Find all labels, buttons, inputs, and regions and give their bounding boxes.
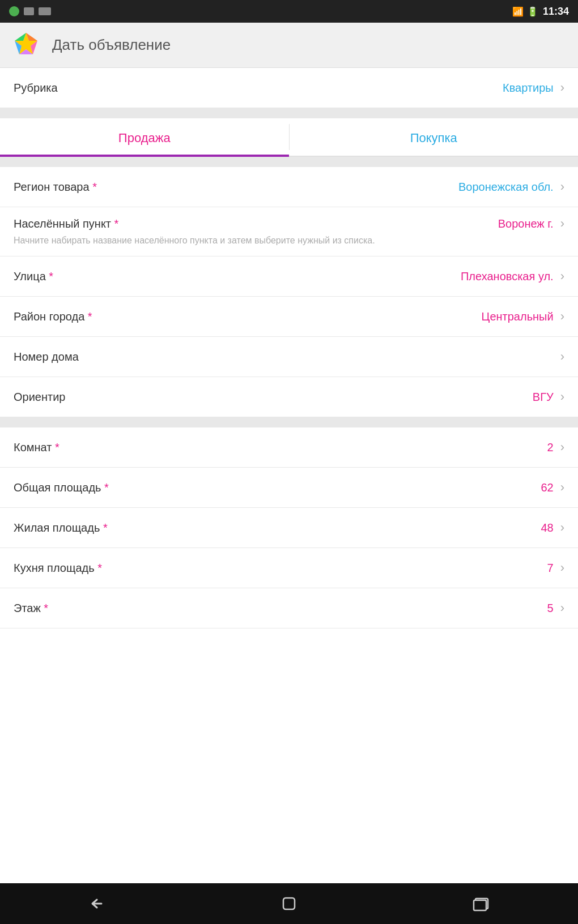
- locality-label: Населённый пункт: [14, 217, 118, 230]
- rubrika-row[interactable]: Рубрика Квартиры ›: [0, 68, 578, 108]
- back-button[interactable]: [86, 895, 108, 912]
- district-value: Центральный: [482, 310, 554, 323]
- svg-rect-8: [474, 900, 486, 910]
- komnaty-chevron: ›: [560, 440, 564, 455]
- locality-hint: Начните набирать название населённого пу…: [14, 236, 375, 245]
- time-display: 11:34: [543, 6, 569, 18]
- obshchaya-value: 62: [541, 481, 553, 494]
- zhilaya-chevron: ›: [560, 520, 564, 535]
- komnaty-label: Комнат: [14, 441, 60, 454]
- bottom-spacer: [0, 628, 578, 651]
- obshchaya-chevron: ›: [560, 480, 564, 495]
- locality-value-container[interactable]: Воронеж г. ›: [498, 216, 564, 231]
- main-content: Рубрика Квартиры › Продажа Покупка Регио…: [0, 68, 578, 883]
- app-title: Дать объявление: [52, 36, 171, 54]
- etazh-label: Этаж: [14, 602, 48, 615]
- house-label: Номер дома: [14, 350, 79, 363]
- kukhnya-chevron: ›: [560, 561, 564, 575]
- street-value-container[interactable]: Плехановская ул. ›: [461, 269, 564, 284]
- tab-prodazha[interactable]: Продажа: [0, 118, 289, 156]
- district-value-container[interactable]: Центральный ›: [482, 309, 564, 324]
- obshchaya-label: Общая площадь: [14, 481, 109, 494]
- zhilaya-label: Жилая площадь: [14, 521, 108, 534]
- app-logo: [11, 31, 41, 60]
- locality-value: Воронеж г.: [498, 217, 554, 230]
- notification-icon: [24, 7, 34, 15]
- kukhnya-row[interactable]: Кухня площадь 7 ›: [0, 548, 578, 588]
- etazh-value: 5: [547, 602, 554, 615]
- separator-1: [0, 108, 578, 118]
- district-row[interactable]: Район города Центральный ›: [0, 297, 578, 337]
- komnaty-value: 2: [547, 441, 554, 454]
- tab-pokupka[interactable]: Покупка: [290, 118, 579, 156]
- kukhnya-value-container[interactable]: 7 ›: [547, 561, 564, 575]
- signal-icon: [9, 6, 19, 16]
- kukhnya-label: Кухня площадь: [14, 562, 102, 575]
- zhilaya-value-container[interactable]: 48 ›: [541, 520, 564, 535]
- house-chevron: ›: [560, 349, 564, 364]
- wifi-icon: 📶: [512, 6, 524, 17]
- back-icon: [86, 895, 108, 912]
- kukhnya-value: 7: [547, 562, 554, 575]
- etazh-row[interactable]: Этаж 5 ›: [0, 588, 578, 628]
- street-chevron: ›: [560, 269, 564, 284]
- region-chevron: ›: [560, 179, 564, 194]
- street-label: Улица: [14, 270, 53, 283]
- orientir-row[interactable]: Ориентир ВГУ ›: [0, 377, 578, 417]
- rubrika-value: Квартиры: [503, 82, 554, 95]
- region-row[interactable]: Регион товара Воронежская обл. ›: [0, 167, 578, 207]
- svg-rect-6: [283, 898, 295, 909]
- status-icons: 📶 🔋: [512, 6, 538, 17]
- street-row[interactable]: Улица Плехановская ул. ›: [0, 256, 578, 297]
- etazh-chevron: ›: [560, 601, 564, 615]
- rubrika-value-container[interactable]: Квартиры ›: [503, 80, 564, 95]
- locality-chevron: ›: [560, 216, 564, 231]
- status-bar-right: 📶 🔋 11:34: [512, 6, 569, 18]
- recent-button[interactable]: [470, 895, 492, 912]
- zhilaya-row[interactable]: Жилая площадь 48 ›: [0, 508, 578, 548]
- orientir-chevron: ›: [560, 390, 564, 404]
- orientir-value-container[interactable]: ВГУ ›: [533, 390, 564, 404]
- home-button[interactable]: [279, 893, 299, 914]
- bottom-nav: [0, 883, 578, 924]
- status-bar-left: [9, 6, 51, 16]
- separator-3: [0, 417, 578, 427]
- etazh-value-container[interactable]: 5 ›: [547, 601, 564, 615]
- sd-card-icon: [39, 7, 51, 15]
- app-bar: Дать объявление: [0, 23, 578, 68]
- orientir-value: ВГУ: [533, 391, 554, 404]
- obshchaya-row[interactable]: Общая площадь 62 ›: [0, 468, 578, 508]
- recent-icon: [470, 895, 492, 912]
- house-row[interactable]: Номер дома ›: [0, 337, 578, 377]
- house-value-container[interactable]: ›: [554, 349, 564, 364]
- region-value-container[interactable]: Воронежская обл. ›: [458, 179, 564, 194]
- district-chevron: ›: [560, 309, 564, 324]
- home-icon: [279, 893, 299, 914]
- region-label: Регион товара: [14, 181, 97, 194]
- separator-2: [0, 157, 578, 167]
- battery-icon: 🔋: [527, 6, 538, 17]
- orientir-label: Ориентир: [14, 391, 65, 404]
- tabs-container: Продажа Покупка: [0, 118, 578, 157]
- locality-row[interactable]: Населённый пункт Воронеж г. › Начните на…: [0, 207, 578, 256]
- district-label: Район города: [14, 310, 92, 323]
- region-value: Воронежская обл.: [458, 181, 554, 194]
- komnaty-row[interactable]: Комнат 2 ›: [0, 427, 578, 468]
- status-bar: 📶 🔋 11:34: [0, 0, 578, 23]
- rubrika-label: Рубрика: [14, 82, 58, 95]
- komnaty-value-container[interactable]: 2 ›: [547, 440, 564, 455]
- street-value: Плехановская ул.: [461, 270, 554, 283]
- zhilaya-value: 48: [541, 521, 553, 534]
- locality-header: Населённый пункт Воронеж г. ›: [14, 216, 564, 231]
- obshchaya-value-container[interactable]: 62 ›: [541, 480, 564, 495]
- rubrika-chevron: ›: [560, 80, 564, 95]
